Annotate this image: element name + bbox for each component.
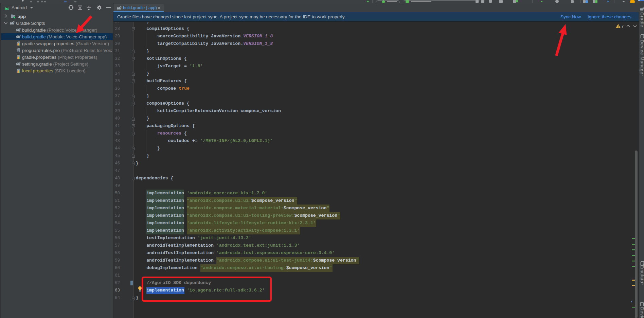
svg-text:7: 7	[621, 24, 624, 29]
